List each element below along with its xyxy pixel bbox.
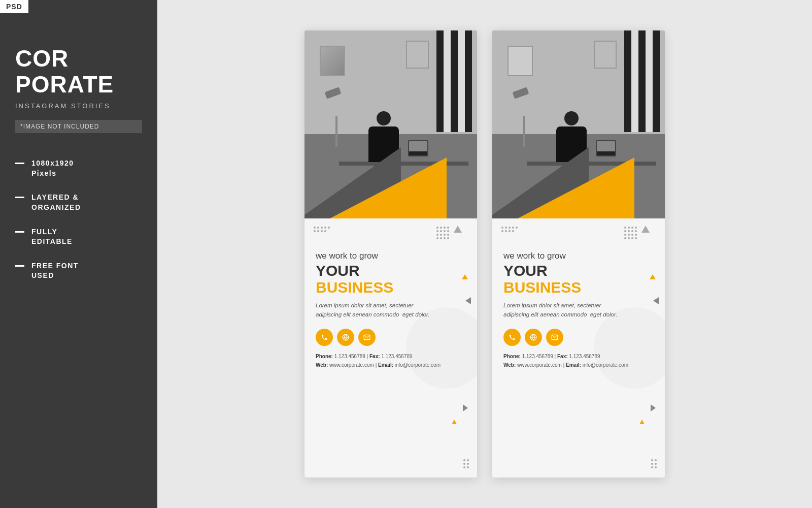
web-icon-circle xyxy=(337,329,354,346)
email-icon-circle xyxy=(358,329,376,346)
card-photo-2 xyxy=(492,30,665,218)
chair-pole xyxy=(382,199,386,209)
dot xyxy=(440,230,442,232)
triangle-top-right-2 xyxy=(641,226,650,233)
desk xyxy=(339,162,468,166)
dot xyxy=(628,234,630,236)
feature-text: LAYERED &ORGANIZED xyxy=(31,193,81,212)
dot xyxy=(314,227,316,229)
dot xyxy=(447,234,449,236)
description-2: Lorem ipsum dolor sit amet, sectetueradi… xyxy=(503,301,654,320)
description: Lorem ipsum dolor sit amet, sectetueradi… xyxy=(316,301,466,320)
dot xyxy=(440,234,442,236)
card-1: we work to grow YOUR BUSINESS Lorem ipsu… xyxy=(304,30,477,478)
email-value: info@corporate.com xyxy=(395,362,441,368)
card-2: we work to grow YOUR BUSINESS Lorem ipsu… xyxy=(492,30,665,478)
tri-outline-left-2 xyxy=(653,297,659,304)
dot xyxy=(467,463,469,465)
stripe xyxy=(436,30,444,132)
dot xyxy=(624,234,626,236)
dot xyxy=(467,459,469,461)
dot xyxy=(317,230,319,232)
person-head-2 xyxy=(564,111,579,125)
dot-row xyxy=(463,466,469,468)
dot xyxy=(631,230,633,232)
dot xyxy=(631,234,633,236)
dot xyxy=(314,230,316,232)
contact-line-4: Web: www.corporate.com | Email: info@cor… xyxy=(503,361,654,369)
stripe xyxy=(646,30,653,132)
phone-icon-circle xyxy=(316,329,333,346)
feature-text: 1080x1920Pixels xyxy=(31,158,74,178)
contact-line-3: Phone: 1.123.456789 | Fax: 1.123.456789 xyxy=(503,352,654,361)
dot xyxy=(324,230,326,232)
feature-dash xyxy=(15,231,24,233)
dot xyxy=(444,227,446,229)
dot xyxy=(324,227,326,229)
dot xyxy=(624,227,626,229)
card-body: we work to grow YOUR BUSINESS Lorem ipsu… xyxy=(304,218,477,478)
main-content: we work to grow YOUR BUSINESS Lorem ipsu… xyxy=(157,0,812,508)
dot xyxy=(505,227,507,229)
web-label: Web: xyxy=(316,362,328,368)
dot-row xyxy=(651,466,657,468)
stripe xyxy=(638,30,646,132)
feature-text: FULLYEDITABLE xyxy=(31,227,73,247)
fax-label-2: Fax: xyxy=(557,354,568,359)
tagline-2: we work to grow xyxy=(503,251,654,261)
feature-text: FREE FONTUSED xyxy=(31,261,79,281)
dot xyxy=(501,230,503,232)
stripe xyxy=(444,30,451,132)
web-label-2: Web: xyxy=(503,362,516,368)
phone-label-2: Phone: xyxy=(503,354,521,359)
dot xyxy=(624,230,626,232)
phone-label: Phone: xyxy=(316,354,333,359)
tri-play-right-2 xyxy=(651,404,656,411)
email-label-2: Email: xyxy=(566,362,581,368)
chair-seat-2 xyxy=(566,190,602,200)
contact-info: Phone: 1.123.456789 | Fax: 1.123.456789 … xyxy=(316,352,466,369)
heading-your: YOUR xyxy=(316,262,466,279)
triangle-top-right xyxy=(454,226,462,233)
laptop xyxy=(408,140,428,156)
dot xyxy=(516,227,518,229)
phone-icon-circle-2 xyxy=(503,329,521,346)
feature-item: FREE FONTUSED xyxy=(15,261,142,281)
dot xyxy=(655,463,657,465)
phone-value-2: 1.123.456789 xyxy=(522,354,553,359)
email-value-2: info@corporate.com xyxy=(583,362,628,368)
stripe xyxy=(465,30,472,132)
stripe xyxy=(624,30,631,132)
dot xyxy=(631,227,633,229)
tri-yellow-right-2 xyxy=(639,420,645,424)
dot xyxy=(328,227,330,229)
text-content-2: we work to grow YOUR BUSINESS Lorem ipsu… xyxy=(503,251,654,320)
dot xyxy=(512,230,514,232)
dot xyxy=(635,234,637,236)
heading-business-2: BUSINESS xyxy=(503,279,654,296)
feature-dash xyxy=(15,197,24,198)
dot xyxy=(436,230,438,232)
heading-your-2: YOUR xyxy=(503,262,654,279)
feature-item: FULLYEDITABLE xyxy=(15,227,142,247)
dot xyxy=(635,237,637,239)
stripe xyxy=(653,30,660,132)
dots-right-2 xyxy=(624,227,637,239)
psd-badge: PSD xyxy=(0,0,28,13)
dot-row xyxy=(463,459,469,461)
email-icon-circle-2 xyxy=(546,329,563,346)
dots-right xyxy=(436,227,449,239)
dot xyxy=(651,463,653,465)
dots-top-left-2 xyxy=(501,227,518,232)
dot xyxy=(628,230,630,232)
dot xyxy=(631,237,633,239)
web-value-2: www.corporate.com xyxy=(517,362,562,368)
dots-top-left xyxy=(314,227,330,232)
dots-bottom-right-2 xyxy=(651,459,657,468)
contact-info-2: Phone: 1.123.456789 | Fax: 1.123.456789 … xyxy=(503,352,654,369)
card-image-section xyxy=(304,30,477,218)
person-2 xyxy=(556,111,587,162)
wall-art-2 xyxy=(406,41,429,69)
contact-icons-2 xyxy=(503,329,654,346)
dot xyxy=(635,227,637,229)
